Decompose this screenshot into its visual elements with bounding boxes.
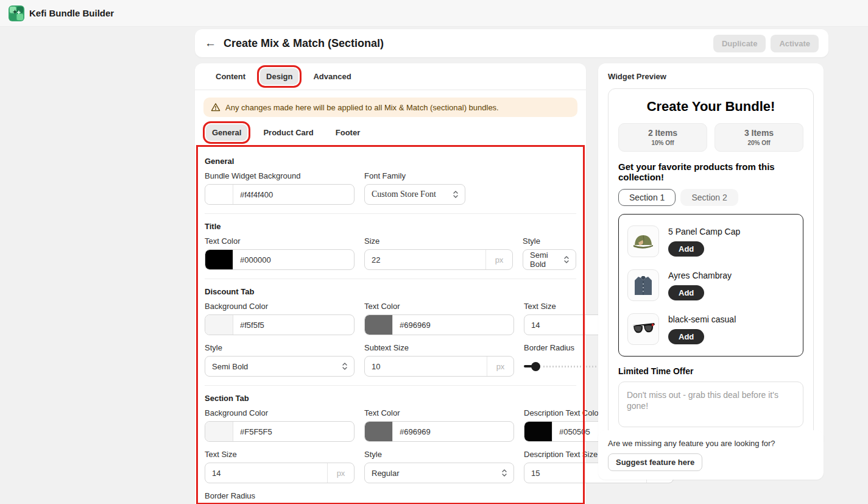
- color-swatch[interactable]: [365, 315, 393, 335]
- size-value-input[interactable]: [205, 469, 327, 478]
- offer-text-box: Don't miss out - grab this deal before i…: [618, 382, 803, 427]
- section-general: General Bundle Widget Background Font Fa…: [205, 157, 576, 213]
- style-select[interactable]: Regular: [364, 463, 514, 483]
- field-bundle-widget-background: Bundle Widget Background: [205, 171, 355, 205]
- widget-preview-panel: Widget Preview Create Your Bundle! 2 Ite…: [598, 63, 824, 447]
- field-title-style: Style Semi Bold: [523, 236, 576, 270]
- field-label: Text Color: [364, 408, 514, 417]
- field-label: Style: [364, 450, 514, 459]
- widget-preview-label: Widget Preview: [608, 72, 814, 81]
- field-label: Text Color: [205, 236, 355, 246]
- slider-thumb[interactable]: [531, 362, 540, 371]
- size-value-input[interactable]: [365, 362, 487, 371]
- tab-advanced[interactable]: Advanced: [307, 68, 357, 85]
- style-select[interactable]: Semi Bold: [523, 249, 576, 270]
- number-input[interactable]: px: [364, 356, 514, 377]
- discount-off-label: 10% Off: [619, 140, 707, 146]
- product-name: black-semi casual: [668, 314, 736, 324]
- field-label: Text Color: [364, 302, 514, 311]
- add-button[interactable]: Add: [668, 329, 704, 344]
- field-label: Border Radius: [205, 491, 355, 500]
- field-sectiontab-text-color: Text Color: [364, 408, 514, 442]
- color-input[interactable]: [205, 184, 355, 205]
- font-family-select[interactable]: Custom Store Font: [364, 184, 465, 205]
- product-row: 5 Panel Camp Cap Add: [627, 219, 794, 263]
- hex-value-input[interactable]: [233, 321, 354, 330]
- duplicate-button[interactable]: Duplicate: [713, 35, 766, 52]
- color-swatch[interactable]: [205, 315, 233, 335]
- color-input[interactable]: [364, 314, 514, 335]
- hex-value-input[interactable]: [233, 190, 354, 199]
- field-font-family: Font Family Custom Store Font: [364, 171, 465, 205]
- widget-preview: Create Your Bundle! 2 Items 10% Off 3 It…: [608, 88, 814, 438]
- px-unit: px: [487, 357, 513, 376]
- section-tab-1[interactable]: Section 1: [618, 189, 676, 206]
- style-select[interactable]: Semi Bold: [205, 356, 355, 377]
- field-label: Background Color: [205, 408, 355, 417]
- color-swatch[interactable]: [205, 250, 233, 269]
- hex-value-input[interactable]: [393, 321, 513, 330]
- product-row: black-semi casual Add: [627, 307, 794, 351]
- add-button[interactable]: Add: [668, 285, 704, 300]
- field-label: Text Size: [205, 450, 355, 459]
- color-input[interactable]: [205, 421, 355, 442]
- product-name: 5 Panel Camp Cap: [668, 227, 740, 236]
- color-swatch[interactable]: [205, 422, 233, 441]
- section-heading: Title: [205, 222, 576, 231]
- tab-design[interactable]: Design: [260, 68, 298, 85]
- section-discount-tab: Discount Tab Background Color Text Color: [205, 279, 576, 385]
- color-swatch[interactable]: [524, 422, 552, 441]
- color-input[interactable]: [205, 249, 355, 270]
- section-title: Title Text Color Size px: [205, 213, 576, 279]
- bundle-title: Create Your Bundle!: [618, 99, 803, 115]
- select-value: Regular: [372, 469, 501, 478]
- hex-value-input[interactable]: [393, 427, 513, 436]
- discount-items-label: 3 Items: [715, 128, 803, 138]
- select-value: Semi Bold: [212, 362, 342, 371]
- chevron-updown-icon: [342, 361, 348, 371]
- field-title-size: Size px: [364, 236, 513, 270]
- color-input[interactable]: [364, 421, 514, 442]
- warning-icon: [211, 102, 221, 112]
- design-subtabs: General Product Card Footer: [195, 117, 586, 147]
- subtab-product-card[interactable]: Product Card: [257, 124, 319, 141]
- field-sectiontab-bg-color: Background Color: [205, 408, 355, 442]
- back-arrow-icon[interactable]: ←: [205, 37, 216, 50]
- design-settings-panel: Content Design Advanced Any changes made…: [195, 63, 586, 504]
- activate-button[interactable]: Activate: [771, 35, 819, 52]
- number-input[interactable]: px: [205, 463, 355, 483]
- field-label: Subtext Size: [364, 343, 514, 352]
- discount-off-label: 20% Off: [715, 140, 803, 146]
- color-swatch[interactable]: [365, 422, 393, 441]
- discount-tab-2-items[interactable]: 2 Items 10% Off: [618, 123, 707, 152]
- product-image-shirt: [627, 269, 659, 301]
- color-swatch[interactable]: [205, 185, 233, 204]
- color-input[interactable]: [205, 314, 355, 335]
- discount-tab-3-items[interactable]: 3 Items 20% Off: [715, 123, 803, 152]
- chevron-updown-icon: [501, 468, 507, 478]
- product-list: 5 Panel Camp Cap Add Ayres Cha: [618, 214, 803, 357]
- warning-text: Any changes made here will be applied to…: [225, 103, 499, 112]
- tab-content[interactable]: Content: [210, 68, 252, 85]
- add-button[interactable]: Add: [668, 241, 704, 257]
- section-tabs: Section 1 Section 2: [618, 189, 803, 206]
- feature-question: Are we missing any feature you are looki…: [608, 439, 814, 448]
- slider-track[interactable]: [524, 362, 609, 371]
- field-label: Style: [523, 236, 576, 246]
- hex-value-input[interactable]: [233, 255, 354, 264]
- field-label: Style: [205, 343, 355, 352]
- size-value-input[interactable]: [365, 255, 485, 264]
- general-settings-form: General Bundle Widget Background Font Fa…: [195, 147, 586, 504]
- hex-value-input[interactable]: [233, 427, 354, 436]
- section-section-tab: Section Tab Background Color Text Color: [205, 385, 576, 504]
- header-actions: Duplicate Activate: [713, 35, 819, 52]
- subtab-footer[interactable]: Footer: [330, 124, 366, 141]
- suggest-feature-button[interactable]: Suggest feature here: [608, 453, 702, 471]
- product-image-sunglasses: [627, 313, 659, 345]
- field-label: Font Family: [364, 171, 465, 180]
- page-header: ← Create Mix & Match (Sectional) Duplica…: [195, 29, 828, 57]
- topbar: Kefi Bundle Builder: [0, 0, 868, 27]
- section-tab-2[interactable]: Section 2: [680, 189, 738, 206]
- number-input[interactable]: px: [364, 249, 513, 270]
- subtab-general[interactable]: General: [206, 124, 247, 141]
